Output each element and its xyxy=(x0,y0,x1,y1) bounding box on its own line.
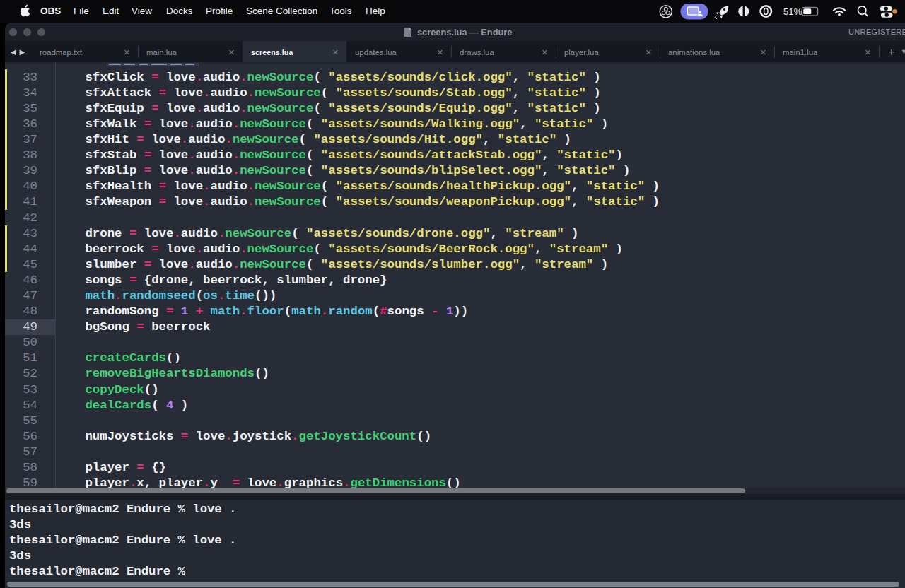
svg-text:51%: 51% xyxy=(783,6,802,17)
